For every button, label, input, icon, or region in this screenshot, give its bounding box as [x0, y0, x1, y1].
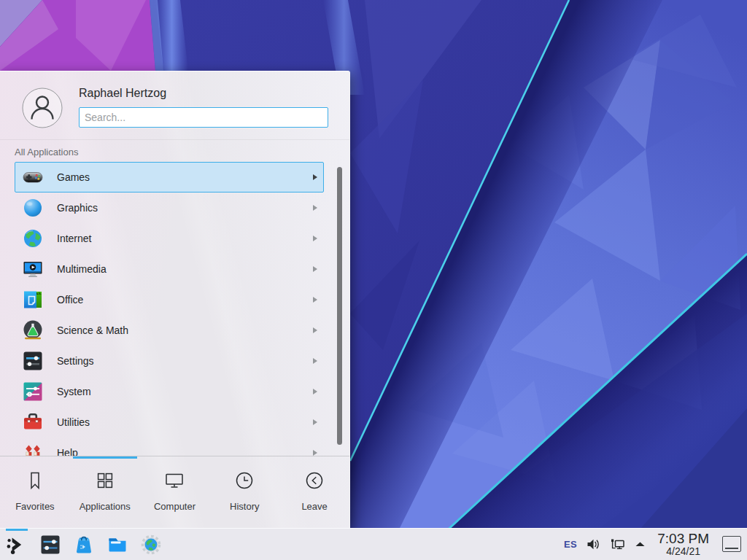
category-label: Help [57, 447, 78, 456]
category-row-internet[interactable]: Internet [15, 223, 324, 254]
category-row-utilities[interactable]: Utilities [15, 407, 324, 438]
user-avatar[interactable] [22, 88, 63, 128]
submenu-arrow-icon [313, 297, 317, 303]
app-grid-icon [94, 470, 116, 494]
documents-icon [22, 289, 44, 311]
category-label: Internet [57, 233, 91, 244]
gamepad-icon [22, 166, 44, 188]
submenu-arrow-icon [313, 389, 317, 394]
category-row-multimedia[interactable]: Multimedia [15, 254, 324, 284]
computer-icon [163, 470, 185, 494]
category-row-system[interactable]: System [15, 376, 324, 407]
bookmark-icon [24, 470, 46, 494]
search-input[interactable] [79, 107, 328, 128]
taskbar-launchers [6, 534, 162, 556]
wired-network-icon[interactable] [610, 538, 625, 551]
sliders-icon [22, 350, 44, 372]
category-label: Graphics [57, 202, 98, 214]
desktop: Raphael Hertzog All Applications Games [0, 0, 747, 560]
tab-label: Leave [301, 501, 327, 512]
tabbar-separator [0, 456, 349, 456]
submenu-arrow-icon [313, 419, 317, 425]
category-row-help[interactable]: Help [15, 438, 324, 456]
tab-applications[interactable]: Applications [70, 459, 140, 529]
system-settings-icon[interactable] [39, 534, 61, 556]
category-label: Science & Math [57, 324, 128, 336]
system-sliders-icon [22, 381, 44, 402]
category-row-office[interactable]: Office [15, 284, 324, 315]
kickoff-icon[interactable] [6, 534, 28, 556]
header-separator [0, 139, 349, 140]
category-label: Games [57, 171, 90, 183]
tab-label: History [230, 501, 259, 512]
clock-date: 4/24/21 [657, 546, 709, 557]
tab-leave[interactable]: Leave [279, 459, 349, 529]
globe-icon [22, 228, 44, 249]
system-tray: ES 7:03 PM 4/24/21 [564, 532, 741, 557]
taskbar-panel: ES 7:03 PM 4/24/21 [0, 528, 747, 560]
expand-tray-icon[interactable] [635, 540, 646, 548]
leave-icon [303, 470, 325, 494]
tab-history[interactable]: History [209, 459, 279, 529]
tab-computer[interactable]: Computer [140, 459, 210, 529]
section-label: All Applications [15, 147, 78, 158]
submenu-arrow-icon [313, 358, 317, 364]
category-row-settings[interactable]: Settings [15, 346, 324, 376]
keyboard-layout-indicator[interactable]: ES [564, 539, 577, 550]
application-launcher-popup: Raphael Hertzog All Applications Games [0, 71, 350, 528]
tab-label: Favorites [15, 501, 54, 512]
clock-time: 7:03 PM [657, 532, 709, 546]
submenu-arrow-icon [313, 450, 317, 456]
user-name: Raphael Hertzog [79, 87, 166, 100]
submenu-arrow-icon [313, 266, 317, 272]
volume-icon[interactable] [587, 538, 600, 551]
category-label: Settings [57, 355, 94, 367]
category-label: System [57, 386, 91, 397]
show-desktop-button[interactable] [722, 536, 741, 552]
category-row-science-math[interactable]: Science & Math [15, 315, 324, 346]
category-label: Office [57, 294, 83, 306]
launcher-active-indicator [6, 529, 28, 531]
category-label: Multimedia [57, 263, 107, 275]
konqueror-icon[interactable] [140, 534, 162, 556]
category-list: Games Graphics [0, 162, 349, 456]
launcher-tabbar: Favorites Applications C [0, 459, 349, 529]
submenu-arrow-icon [313, 327, 317, 333]
category-row-graphics[interactable]: Graphics [15, 192, 324, 223]
dolphin-icon[interactable] [107, 534, 128, 556]
paint-sphere-icon [22, 197, 44, 219]
tab-favorites[interactable]: Favorites [0, 459, 70, 529]
discover-icon[interactable] [73, 534, 95, 556]
clock-icon [233, 470, 255, 494]
category-row-games[interactable]: Games [15, 162, 324, 192]
tab-label: Applications [80, 501, 131, 512]
flask-icon [22, 319, 44, 341]
submenu-arrow-icon [313, 236, 317, 241]
toolbox-icon [22, 411, 44, 433]
list-scrollbar[interactable] [337, 167, 342, 445]
media-monitor-icon [22, 258, 44, 280]
digital-clock[interactable]: 7:03 PM 4/24/21 [657, 532, 709, 557]
help-buoy-icon [22, 442, 44, 456]
submenu-arrow-icon [313, 205, 317, 211]
category-label: Utilities [57, 416, 90, 428]
tab-label: Computer [154, 501, 196, 512]
submenu-arrow-icon [313, 174, 317, 180]
